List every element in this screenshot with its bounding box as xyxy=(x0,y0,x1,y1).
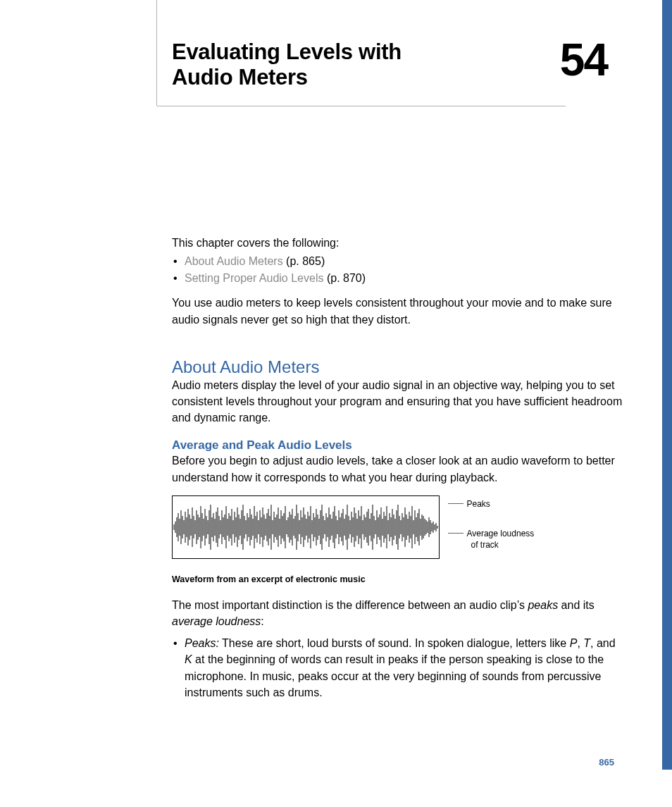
toc-link[interactable]: Setting Proper Audio Levels xyxy=(185,272,323,284)
waveform-icon xyxy=(173,496,439,558)
toc-link[interactable]: About Audio Meters xyxy=(185,255,283,267)
bullet-peaks: Peaks: These are short, loud bursts of s… xyxy=(172,635,623,701)
intro-paragraph: You use audio meters to keep levels cons… xyxy=(172,295,623,327)
vertical-rule xyxy=(156,0,157,106)
toc-page: (p. 870) xyxy=(327,272,366,284)
figure-label-average: Average loudness of track xyxy=(466,528,534,550)
distinction-paragraph: The most important distinction is the di… xyxy=(172,597,623,629)
toc-page: (p. 865) xyxy=(286,255,325,267)
chapter-title: Evaluating Levels with Audio Meters xyxy=(172,39,454,90)
section-heading: About Audio Meters xyxy=(172,357,623,377)
figure-caption: Waveform from an excerpt of electronic m… xyxy=(172,574,623,584)
subsection-paragraph: Before you begin to adjust audio levels,… xyxy=(172,452,623,485)
chapter-tab xyxy=(662,0,672,770)
toc-item: Setting Proper Audio Levels (p. 870) xyxy=(172,272,623,285)
toc-item: About Audio Meters (p. 865) xyxy=(172,255,623,268)
figure-label-peaks: Peaks xyxy=(466,498,490,510)
waveform-figure xyxy=(172,495,440,559)
chapter-intro-lead: This chapter covers the following: xyxy=(172,235,623,251)
callout-line xyxy=(448,503,463,504)
subsection-heading: Average and Peak Audio Levels xyxy=(172,438,623,452)
section-paragraph: Audio meters display the level of your a… xyxy=(172,377,623,426)
page-number: 865 xyxy=(599,757,614,768)
callout-line xyxy=(448,533,463,534)
chapter-toc: About Audio Meters (p. 865) Setting Prop… xyxy=(172,255,623,285)
